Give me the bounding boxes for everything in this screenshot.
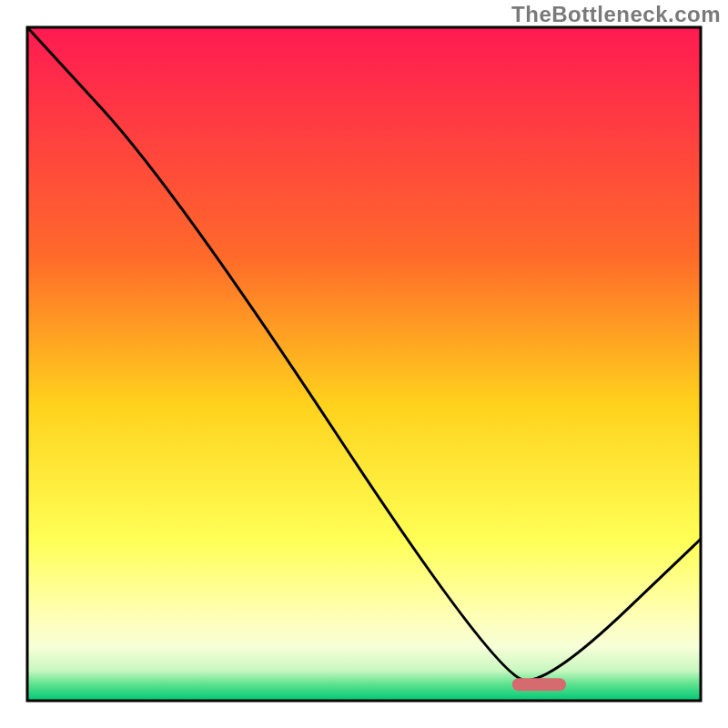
gradient-background	[27, 27, 701, 701]
curve-minimum-marker	[512, 678, 566, 691]
plot-svg	[0, 0, 728, 728]
watermark-text: TheBottleneck.com	[511, 2, 721, 27]
bottleneck-chart: TheBottleneck.com	[0, 0, 728, 728]
